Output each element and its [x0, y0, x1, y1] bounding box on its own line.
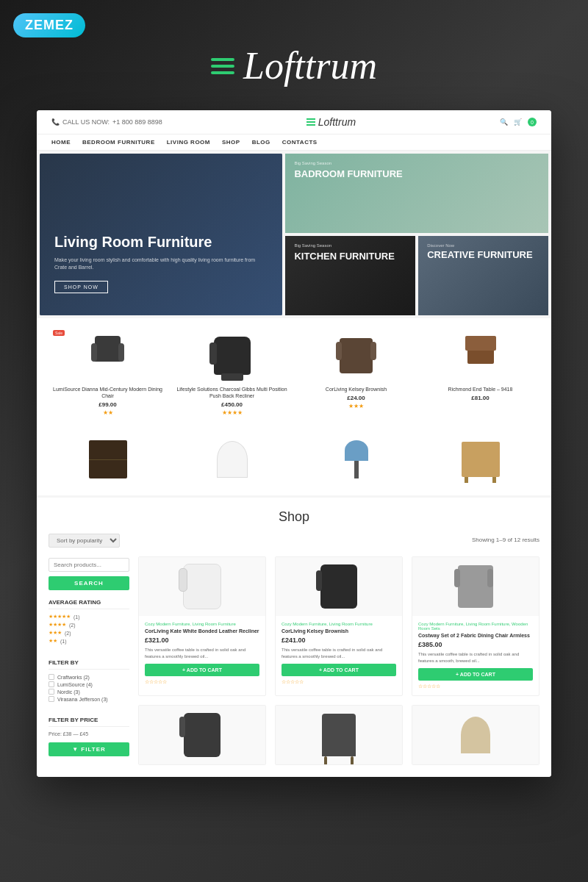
checkbox-craftworks[interactable]	[49, 674, 54, 680]
site-nav: HOME BEDROOM FURNITURE LIVING ROOM SHOP …	[37, 135, 551, 151]
product-price-1: £99.00	[49, 401, 167, 408]
product-card-5	[49, 434, 167, 490]
shop-product-img-3	[412, 557, 539, 616]
zemez-badge[interactable]: ZEMEZ	[13, 13, 85, 37]
product-price-2: £450.00	[173, 401, 291, 408]
shop-product-price-1: £321.00	[145, 637, 259, 644]
sort-select[interactable]: Sort by popularity	[49, 534, 120, 548]
add-to-cart-1[interactable]: + Add To Cart	[145, 664, 259, 676]
product-card-7	[297, 434, 415, 490]
product-card-8	[421, 434, 539, 490]
filter-virasana: Virasana Jefferson (3)	[49, 696, 129, 702]
rating-row-2: ★★ (1)	[49, 638, 129, 644]
nav-home[interactable]: HOME	[51, 139, 71, 146]
chair-icon-1	[91, 336, 124, 376]
checkbox-lumisource[interactable]	[49, 681, 54, 687]
nav-bedroom[interactable]: BEDROOM FURNITURE	[82, 139, 155, 146]
label-nordic: Nordic (3)	[57, 689, 80, 695]
hero-card-1-title: Badroom Furniture	[294, 168, 539, 180]
label-craftworks: Craftworks (2)	[57, 675, 90, 680]
product-badge-1: Sale	[53, 330, 65, 336]
table-icon-8	[462, 442, 500, 477]
shop-product-info-2: Cozy Modern Furniture, Living Room Furni…	[276, 616, 402, 691]
shop-product-img-5	[276, 706, 402, 764]
cart-icon[interactable]: 🛒	[514, 118, 522, 126]
hero-card-creative[interactable]: Discover Now CREATIVE FURNITURE	[418, 236, 548, 315]
logo-lines	[306, 117, 315, 127]
add-to-cart-3[interactable]: + Add To Cart	[418, 668, 533, 681]
product-img-7	[297, 434, 415, 485]
products-section: Sale LumiSource Dianna Mid-Century Moder…	[37, 318, 551, 428]
sort-area: Sort by popularity	[49, 532, 120, 548]
armchair-icon-3	[340, 338, 373, 373]
nav-contacts[interactable]: CONTACTS	[282, 139, 318, 146]
product-stars-3: ★★★	[297, 403, 415, 409]
nav-blog[interactable]: BLOG	[252, 139, 270, 146]
search-icon[interactable]: 🔍	[500, 118, 508, 126]
products-row-2	[37, 428, 551, 495]
shop-section: Shop Sort by popularity Showing 1–9 of 1…	[37, 495, 551, 777]
search-button[interactable]: SEARCH	[49, 576, 129, 590]
product-card-4: Richmond End Table – 9418 £81.00	[421, 330, 539, 416]
cart-badge: 0	[528, 118, 537, 126]
hamburger-icon	[211, 58, 234, 74]
shop-product-price-3: £385.00	[418, 641, 533, 648]
shop-rating-2: ☆☆☆☆☆	[282, 679, 396, 685]
rating-row-4: ★★★★ (2)	[49, 622, 129, 628]
site-name-heading: Lofttrum	[243, 44, 377, 87]
avg-rating-title: AVERAGE RATING	[49, 599, 129, 609]
lamp-icon-7	[345, 440, 368, 478]
shop-product-desc-3: This versatile coffee table is crafted i…	[418, 651, 533, 664]
dark-chair2-icon	[322, 714, 356, 756]
hero-shop-now-button[interactable]: SHOP NOW	[54, 281, 108, 293]
product-search-input[interactable]	[49, 558, 129, 572]
phone-number: +1 800 889 8898	[112, 118, 162, 126]
add-to-cart-2[interactable]: + Add To Cart	[282, 664, 396, 676]
shop-product-3: Cozy Modern Furniture, Living Room Furni…	[412, 556, 539, 696]
product-card-1: Sale LumiSource Dianna Mid-Century Moder…	[49, 330, 167, 416]
product-price-4: £81.00	[421, 395, 539, 401]
site-logo[interactable]: Lofttrum	[306, 116, 356, 128]
product-img-6	[173, 434, 291, 485]
phone-label: CALL US NOW:	[62, 118, 110, 126]
cream-stool-icon	[461, 717, 490, 753]
dark-recliner-icon	[320, 564, 357, 609]
filter-button[interactable]: ▼ FILTER	[49, 742, 129, 756]
shop-products-grid: Cozy Modern Furniture, Living Room Furni…	[138, 556, 539, 765]
product-title-1: LumiSource Dianna Mid-Century Modern Din…	[49, 386, 167, 399]
product-card-3: CorLiving Kelsey Brownish £24.00 ★★★	[297, 330, 415, 416]
hero-card-kitchen[interactable]: Big Saving Season KITCHEN FURNITURE	[285, 236, 415, 315]
filter-nordic: Nordic (3)	[49, 689, 129, 695]
shop-product-1: Cozy Modern Furniture, Living Room Furni…	[138, 556, 266, 696]
products-row-1: Sale LumiSource Dianna Mid-Century Moder…	[49, 330, 539, 416]
hero-right-grid: Big Saving Season Badroom Furniture Big …	[285, 154, 548, 315]
hero-card-badroom[interactable]: Big Saving Season Badroom Furniture	[285, 154, 548, 233]
recliner2-icon	[184, 713, 220, 757]
product-card-2: Lifestyle Solutions Charcoal Gibbs Multi…	[173, 330, 291, 416]
product-title-3: CorLiving Kelsey Brownish	[297, 386, 415, 392]
product-img-2	[173, 330, 291, 381]
product-card-6	[173, 434, 291, 490]
hero-card-3-title: CREATIVE FURNITURE	[427, 249, 539, 261]
checkbox-virasana[interactable]	[49, 696, 54, 702]
hero-card-3-content: Discover Now CREATIVE FURNITURE	[418, 236, 548, 268]
main-title-area: Lofttrum	[211, 44, 377, 87]
stars-4: ★★★★	[49, 622, 66, 628]
shop-rating-1: ☆☆☆☆☆	[145, 679, 259, 685]
checkbox-nordic[interactable]	[49, 689, 54, 695]
shop-rating-3: ☆☆☆☆☆	[418, 684, 533, 689]
hero-left-content: Living Room Furniture Make your living r…	[54, 233, 268, 293]
shop-layout: SEARCH AVERAGE RATING ★★★★★ (1) ★★★★ (2)…	[49, 556, 539, 765]
nav-living-room[interactable]: LIVING ROOM	[167, 139, 210, 146]
shop-product-title-2: CorLiving Kelsey Brownish	[282, 628, 396, 634]
count-3: (2)	[65, 631, 71, 636]
product-img-3	[297, 330, 415, 381]
hero-subtitle: Make your living room stylish and comfor…	[54, 257, 268, 271]
product-title-4: Richmond End Table – 9418	[421, 386, 539, 392]
hero-card-2-tag: Big Saving Season	[294, 243, 406, 248]
price-range-text: Price: £38 — £45	[49, 731, 129, 736]
product-img-4	[421, 330, 539, 381]
nav-shop[interactable]: SHOP	[222, 139, 240, 146]
logo-text: Lofttrum	[318, 116, 356, 128]
shop-product-img-1	[139, 557, 265, 616]
